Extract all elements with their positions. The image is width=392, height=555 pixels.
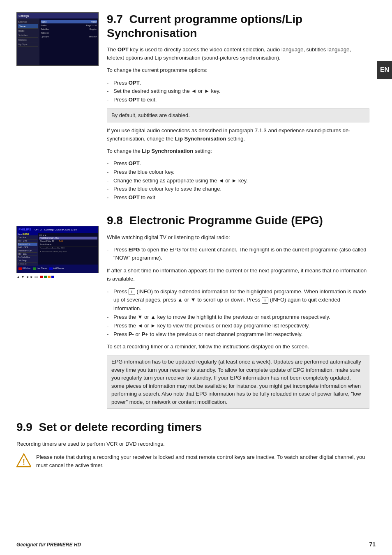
lip-sync-header: To change the Lip Synchronisation settin… — [107, 147, 369, 155]
subtitle-note: By default, subtitles are disabled. — [107, 108, 369, 122]
section-99-title: 9.9 Set or delete recording timers — [16, 420, 369, 434]
svg-text:!: ! — [23, 458, 25, 466]
screenshot-options-menu: Settings Settings Name Radio Subtitles T… — [16, 12, 99, 66]
section-98-info-para: If after a short time no information app… — [107, 267, 369, 283]
footer-brand: Geeignet für PREMIERE HD — [16, 542, 81, 548]
section-98-title: 9.8 Electronic Programme Guide (EPG) — [107, 214, 369, 228]
section-99-intro: Recording timers are used to perform VCR… — [16, 440, 369, 448]
page-number: 71 — [369, 541, 376, 548]
section-97-title: 9.7 Current programme options/Lip Synchr… — [107, 12, 369, 40]
section-98-steps1: Press EPG to open the EPG for the curren… — [107, 246, 369, 263]
section-98-steps2: Press i (INFO) to display extended infor… — [107, 288, 369, 339]
section-98-intro: While watching digital TV or listening t… — [107, 233, 369, 242]
screenshot-epg: PHILIPS OPT 2 Evening: CDNelly 2003 12:1… — [16, 226, 99, 273]
section-97-intro: The OPT key is used to directly access t… — [107, 46, 369, 62]
lip-sync-para: If you use digital audio connections as … — [107, 127, 369, 143]
warning-box: ! Please note that during a recording yo… — [16, 453, 369, 470]
change-current-steps: Press OPT. Set the desired setting using… — [107, 79, 369, 104]
change-current-header: To change the current programme options: — [107, 66, 369, 74]
epg-note: EPG information has to be updated regula… — [107, 355, 369, 409]
set-recording-instruction: To set a recording timer or a reminder, … — [107, 343, 369, 351]
language-tab: EN — [377, 61, 392, 79]
lip-sync-steps: Press OPT. Press the blue colour key. Ch… — [107, 159, 369, 202]
warning-text: Please note that during a recording your… — [36, 453, 369, 470]
warning-triangle-icon: ! — [16, 453, 31, 468]
